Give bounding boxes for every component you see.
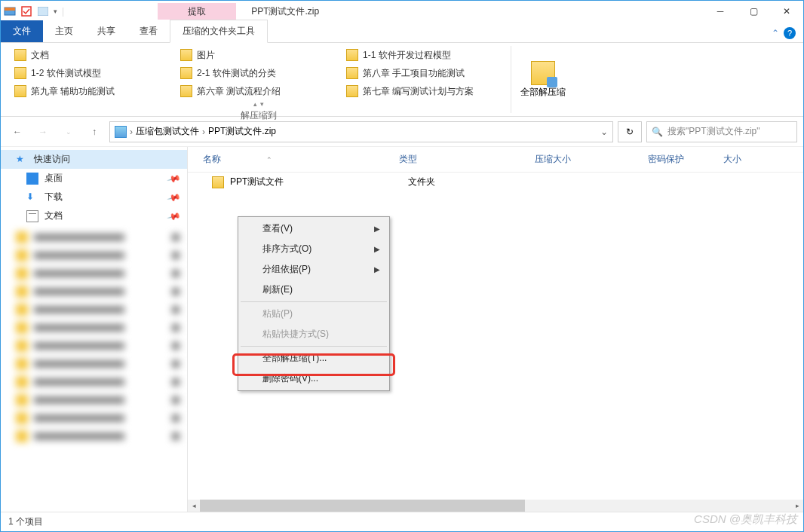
sidebar-item-label: 桌面	[44, 172, 63, 185]
ribbon-dest-1[interactable]: 图片	[176, 46, 342, 64]
cm-sort[interactable]: 排序方式(O)▶	[240, 239, 388, 259]
extract-all-label: 全部解压缩	[520, 87, 566, 97]
close-button[interactable]: ✕	[770, 1, 803, 22]
recent-dropdown[interactable]: ⌄	[58, 121, 79, 142]
ribbon-dest-5[interactable]: 第八章 手工项目功能测试	[342, 64, 508, 82]
statusbar: 1 个项目	[1, 512, 803, 531]
ribbon-dest-label: 文档	[31, 49, 49, 62]
back-button[interactable]: ←	[7, 121, 28, 142]
maximize-button[interactable]: ▢	[737, 1, 770, 22]
svg-rect-2	[22, 7, 31, 16]
ribbon-dest-label: 1-1 软件开发过程模型	[363, 49, 451, 62]
ribbon-dest-3[interactable]: 1-2 软件测试模型	[10, 64, 176, 82]
window-controls: ─ ▢ ✕	[704, 1, 803, 22]
item-count: 1 个项目	[8, 515, 43, 528]
qat-dropdown-icon[interactable]: ▾	[54, 8, 57, 15]
app-icon	[4, 5, 16, 17]
tab-file[interactable]: 文件	[1, 20, 43, 42]
chevron-right-icon[interactable]: ›	[202, 127, 205, 137]
column-password-protected[interactable]: 密码保护	[642, 150, 717, 169]
column-size[interactable]: 大小	[717, 150, 778, 169]
pin-icon: 📌	[167, 190, 182, 205]
ribbon-group-extract-to: 文档 图片 1-1 软件开发过程模型 1-2 软件测试模型 2-1 软件测试的分…	[7, 46, 511, 113]
ribbon-dest-label: 1-2 软件测试模型	[31, 67, 101, 80]
properties-icon[interactable]	[20, 5, 32, 17]
column-headers: 名称⌃ 类型 压缩大小 密码保护 大小	[188, 147, 803, 173]
list-item[interactable]: PPT测试文件 文件夹	[188, 173, 803, 191]
sidebar-desktop[interactable]: 桌面 📌	[1, 169, 187, 188]
folder-icon	[346, 67, 358, 79]
minimize-button[interactable]: ─	[704, 1, 737, 22]
sidebar-downloads[interactable]: ⬇ 下载 📌	[1, 188, 187, 206]
cm-refresh[interactable]: 刷新(E)	[240, 280, 388, 300]
breadcrumb-part[interactable]: 压缩包测试文件	[136, 125, 199, 138]
svg-rect-3	[38, 7, 48, 16]
sidebar-item-label: 文档	[44, 209, 63, 222]
column-compressed-size[interactable]: 压缩大小	[529, 150, 642, 169]
ribbon-dest-8[interactable]: 第七章 编写测试计划与方案	[342, 82, 508, 100]
tab-view[interactable]: 查看	[127, 20, 170, 42]
folder-icon	[14, 67, 26, 79]
extract-all-button[interactable]: 全部解压缩	[511, 46, 575, 113]
ribbon-dest-label: 第七章 编写测试计划与方案	[363, 85, 474, 98]
titlebar: ▾ | 提取 PPT测试文件.zip ─ ▢ ✕	[1, 1, 803, 22]
ribbon-dest-4[interactable]: 2-1 软件测试的分类	[176, 64, 342, 82]
search-icon: 🔍	[652, 127, 663, 137]
tab-share[interactable]: 共享	[85, 20, 127, 42]
forward-button[interactable]: →	[32, 121, 54, 142]
folder-icon	[14, 85, 26, 97]
tab-compressed-tools[interactable]: 压缩的文件夹工具	[170, 20, 268, 43]
folder-icon	[346, 49, 358, 61]
desktop-icon	[26, 173, 38, 185]
scrollbar-thumb[interactable]	[200, 500, 525, 512]
cm-view[interactable]: 查看(V)▶	[240, 219, 388, 239]
cm-delete-password[interactable]: 删除密码(V)...	[240, 368, 388, 389]
search-input[interactable]: 🔍 搜索"PPT测试文件.zip"	[646, 121, 797, 142]
chevron-up-icon: ⌃	[772, 28, 779, 38]
scroll-down-icon[interactable]: ▾	[260, 100, 264, 108]
scroll-left-icon[interactable]: ◂	[188, 500, 200, 512]
refresh-button[interactable]: ↻	[618, 121, 642, 142]
search-placeholder: 搜索"PPT测试文件.zip"	[667, 125, 760, 138]
cm-paste-shortcut: 粘贴快捷方式(S)	[240, 324, 388, 344]
sidebar-documents[interactable]: 文档 📌	[1, 206, 187, 225]
ribbon-dest-2[interactable]: 1-1 软件开发过程模型	[342, 46, 508, 64]
chevron-right-icon: ▶	[374, 245, 380, 253]
new-folder-icon[interactable]	[37, 5, 49, 17]
breadcrumb-dropdown-icon[interactable]: ⌄	[600, 127, 608, 137]
ribbon-dest-0[interactable]: 文档	[10, 46, 176, 64]
chevron-right-icon: ▶	[374, 225, 380, 233]
ribbon-dest-6[interactable]: 第九章 辅助功能测试	[10, 82, 176, 100]
scroll-up-icon[interactable]: ▴	[253, 100, 257, 108]
breadcrumb[interactable]: › 压缩包测试文件 › PPT测试文件.zip ⌄	[109, 121, 613, 142]
ribbon: 文档 图片 1-1 软件开发过程模型 1-2 软件测试模型 2-1 软件测试的分…	[1, 43, 803, 117]
cm-group[interactable]: 分组依据(P)▶	[240, 259, 388, 280]
sidebar-item-label: 快速访问	[34, 153, 70, 166]
cm-extract-all[interactable]: 全部解压缩(T)...	[240, 348, 388, 368]
ribbon-dest-7[interactable]: 第六章 测试流程介绍	[176, 82, 342, 100]
sidebar-quick-access[interactable]: ★ 快速访问	[1, 150, 187, 169]
pin-icon: 📌	[167, 209, 182, 224]
tab-home[interactable]: 主页	[43, 20, 85, 42]
chevron-right-icon[interactable]: ›	[130, 127, 133, 137]
document-icon	[26, 210, 38, 222]
horizontal-scrollbar[interactable]: ◂ ▸	[188, 500, 803, 512]
address-bar-row: ← → ⌄ ↑ › 压缩包测试文件 › PPT测试文件.zip ⌄ ↻ 🔍 搜索…	[1, 117, 803, 147]
scroll-right-icon[interactable]: ▸	[791, 500, 803, 512]
ribbon-collapse[interactable]: ⌃ ?	[764, 24, 803, 42]
ribbon-dest-label: 图片	[197, 49, 215, 62]
column-name[interactable]: 名称⌃	[197, 150, 393, 169]
navigation-pane: ★ 快速访问 桌面 📌 ⬇ 下载 📌 文档 📌	[1, 147, 188, 512]
up-button[interactable]: ↑	[84, 121, 105, 142]
file-type: 文件夹	[408, 176, 544, 188]
file-name: PPT测试文件	[230, 176, 402, 188]
cm-paste: 粘贴(P)	[240, 304, 388, 324]
ribbon-dest-label: 第八章 手工项目功能测试	[363, 67, 465, 80]
breadcrumb-part[interactable]: PPT测试文件.zip	[208, 125, 276, 138]
help-icon[interactable]: ?	[784, 27, 796, 39]
sidebar-blurred-items	[1, 225, 187, 448]
column-type[interactable]: 类型	[393, 150, 529, 169]
sidebar-item-label: 下载	[44, 191, 63, 203]
context-menu: 查看(V)▶ 排序方式(O)▶ 分组依据(P)▶ 刷新(E) 粘贴(P) 粘贴快…	[238, 216, 390, 391]
folder-icon	[180, 67, 192, 79]
